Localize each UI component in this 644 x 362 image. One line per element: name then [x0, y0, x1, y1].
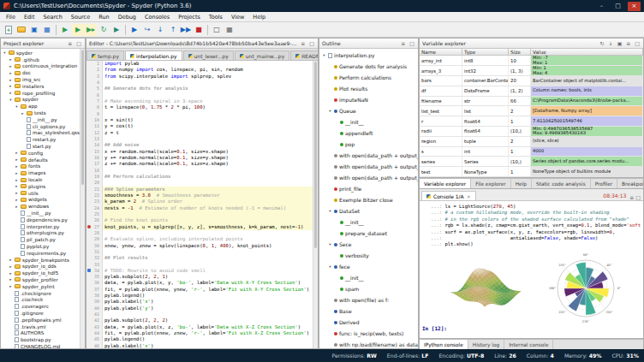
project-tree-item[interactable]: ▾spyder — [1, 97, 80, 104]
continue-icon[interactable]: ▶▶ — [180, 24, 192, 36]
editor-line[interactable]: 39pylab.xlabel('x') — [86, 299, 313, 305]
run-cell-icon[interactable]: ▶ — [72, 24, 84, 36]
gutter-line-number[interactable]: 41 — [86, 312, 103, 317]
variable-row[interactable]: filenamestr66C:\ProgramData\Anaconda3\li… — [420, 97, 643, 107]
editor-line[interactable]: 16y += random.normal(scale=0.1, size=y.s… — [86, 155, 313, 161]
project-tree-item[interactable]: .travis.yml — [1, 323, 80, 330]
editor-tab-interpolation-py[interactable]: interpolation.py — [125, 50, 182, 60]
variable-row[interactable]: radiifloat64(10,)Min: 0.4987036538535687… — [420, 127, 643, 137]
project-tree-item[interactable]: ▸spyder_pylint — [1, 283, 80, 290]
editor-line[interactable]: 10x = sin(t) — [86, 117, 313, 123]
editor-line[interactable]: 18 — [86, 168, 313, 174]
editor-line[interactable]: 25 — [86, 211, 313, 217]
gutter-line-number[interactable]: 39 — [86, 299, 103, 305]
outline-item[interactable]: Derived — [319, 317, 418, 328]
editor-scrollbar[interactable] — [313, 61, 318, 348]
editor-line[interactable]: 12z = t — [86, 130, 313, 136]
menu-edit[interactable]: Edit — [20, 12, 39, 21]
gutter-line-number[interactable]: 3 — [86, 74, 103, 80]
project-scrollbar[interactable] — [80, 49, 85, 348]
project-tree-item[interactable]: ▸continuous_integration — [1, 63, 80, 70]
column-header-type[interactable]: Type — [462, 49, 509, 55]
outline-item[interactable]: pop — [319, 139, 418, 150]
gutter-line-number[interactable]: 11 — [86, 123, 103, 129]
menu-tools[interactable]: Tools — [205, 12, 227, 21]
gutter-line-number[interactable]: 17 — [86, 161, 103, 167]
project-tree-item[interactable]: ▸defaults — [1, 157, 80, 163]
step-over-icon[interactable]: ↪ — [141, 24, 153, 36]
project-tree-item[interactable]: .pep8speaks.yml — [1, 317, 80, 323]
column-header-value[interactable]: Value — [531, 49, 643, 55]
editor-line[interactable]: 1import pylab — [86, 61, 313, 67]
editor-line[interactable]: 8t = linspace(0, 1.75 * 2 * pi, 100) — [86, 104, 313, 110]
gutter-line-number[interactable]: 38 — [86, 293, 103, 299]
breakpoint-icon[interactable] — [87, 225, 91, 228]
menu-source[interactable]: Source — [67, 12, 94, 21]
column-header-name[interactable]: Name — [420, 49, 462, 55]
gutter-line-number[interactable]: 22 — [86, 193, 103, 199]
editor-line[interactable]: 29# Evaluate spline, including interpola… — [86, 236, 313, 242]
outline-item[interactable]: print_file — [319, 183, 418, 194]
menu-debug[interactable]: Debug — [114, 12, 140, 21]
project-tree-item[interactable]: ▸doc — [1, 69, 80, 76]
project-tree-item[interactable]: restart.py — [1, 136, 80, 143]
variable-value[interactable]: 7.6110625001549746 — [531, 116, 643, 126]
project-tree-item[interactable]: ▸spyder_profiler — [1, 276, 80, 283]
gutter-line-number[interactable]: 12 — [86, 130, 103, 136]
editor-line[interactable]: 2from numpy import cos, linspace, pi, si… — [86, 67, 313, 73]
project-tree-item[interactable]: ▸spyder_io_hdf5 — [1, 270, 80, 276]
outline-undock-icon[interactable]: □ — [408, 40, 415, 46]
save-all-icon[interactable]: ▦ — [41, 24, 53, 36]
gutter-line-number[interactable]: 28 — [86, 230, 103, 236]
editor-line[interactable]: 41 — [86, 312, 313, 317]
editor-line[interactable]: 20 — [86, 180, 313, 186]
editor-line[interactable]: 17z += random.normal(scale=0.1, size=z.s… — [86, 161, 313, 167]
close-button[interactable]: × — [628, 2, 641, 11]
rerun-cell-icon[interactable]: ↻ — [98, 24, 110, 36]
variable-value[interactable]: Min: 1 Max: 4 — [531, 66, 643, 75]
variable-value[interactable]: 4000 — [531, 147, 643, 157]
console-close-icon[interactable]: × — [467, 193, 471, 199]
editor-line[interactable]: 46pylab.xlabel('x') — [86, 343, 313, 348]
editor-line[interactable]: 28 — [86, 230, 313, 236]
project-tree-item[interactable]: interpreter.py — [1, 223, 80, 230]
outline-item[interactable]: Generate dots for analysis — [319, 61, 418, 72]
project-tree-item[interactable]: .checkignore — [1, 290, 80, 297]
project-tree-item[interactable]: ▸spyder_breakpoints — [1, 257, 80, 264]
gutter-line-number[interactable]: 13 — [86, 136, 103, 142]
variable-undock-icon[interactable]: □ — [634, 40, 641, 46]
editor-line[interactable]: 27knot_points, u = splprep([x, y, z], s=… — [86, 224, 313, 230]
save-icon[interactable]: ▣ — [28, 24, 40, 36]
run-cell-advance-icon[interactable]: ▶▸ — [85, 24, 97, 36]
project-undock-icon[interactable]: □ — [75, 40, 82, 46]
editor-line[interactable]: 30xnew, ynew, znew = splev(linspace(0, 1… — [86, 243, 313, 249]
variable-refresh-icon[interactable]: ↻ — [599, 40, 605, 46]
gutter-line-number[interactable]: 18 — [86, 168, 103, 174]
code-editor[interactable]: 1import pylab2from numpy import cos, lin… — [86, 61, 313, 348]
menu-consoles[interactable]: Consoles — [140, 12, 174, 21]
project-tree-item[interactable]: pyplot.py — [1, 243, 80, 250]
variable-row[interactable]: regiontuple2(slice, slice) — [420, 137, 643, 147]
run-icon[interactable]: ▶ — [59, 24, 71, 36]
project-tree-item[interactable]: CHANGELOG.md — [1, 343, 80, 348]
gutter-line-number[interactable]: 42 — [86, 317, 103, 323]
editor-line[interactable]: 22smoothness = 3.0 # Smoothness paramete… — [86, 193, 313, 199]
console-options-icon[interactable]: ≡ — [629, 194, 635, 200]
project-tree-item[interactable]: otherplugins.py — [1, 230, 80, 237]
console-undock-icon[interactable]: □ — [635, 194, 641, 200]
variable-value[interactable]: C:\ProgramData\Anaconda3\lib\site-packa.… — [531, 97, 643, 106]
variable-row[interactable]: dfDataFrame(1, 2)Column names: bools, in… — [420, 86, 643, 97]
editor-line[interactable]: 40pylab.ylabel('y') — [86, 306, 313, 312]
project-tree-item[interactable]: bootstrap.py — [1, 336, 80, 343]
editor-line[interactable]: 37fit, = pylab.plot(xnew, ynew, 'r-', la… — [86, 287, 313, 293]
outline-item[interactable]: prepare_dataset — [319, 228, 418, 239]
variable-save-icon[interactable]: ▣ — [617, 40, 623, 46]
variable-row[interactable]: sint14000 — [420, 147, 643, 157]
editor-line[interactable]: 6 — [86, 92, 313, 98]
project-tree-item[interactable]: ▸locale — [1, 176, 80, 183]
variable-value[interactable]: Series object of pandas.core.series modu… — [531, 157, 643, 166]
menu-help[interactable]: Help — [248, 12, 270, 21]
outline-item[interactable]: ▾fece — [319, 261, 418, 272]
editor-line[interactable]: 19## Perform calculations — [86, 174, 313, 180]
dock-tab-variable-explorer[interactable]: Variable explorer — [420, 179, 471, 188]
